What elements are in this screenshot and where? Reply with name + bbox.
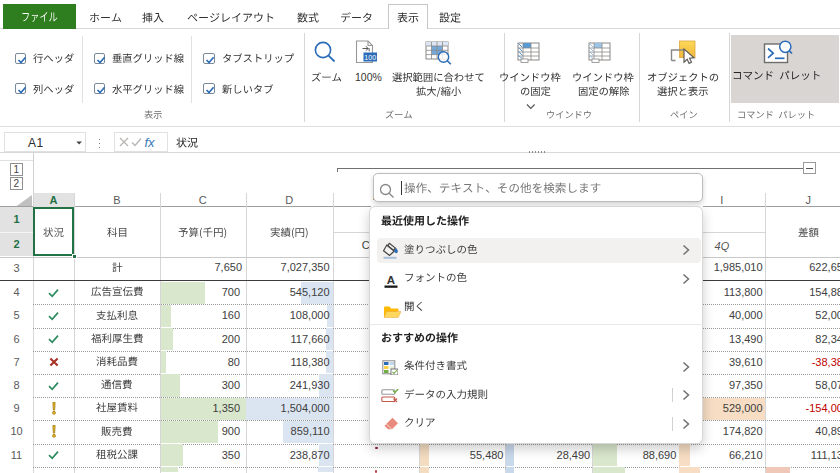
svg-text:A: A (387, 274, 395, 286)
svg-text:100: 100 (364, 54, 376, 61)
